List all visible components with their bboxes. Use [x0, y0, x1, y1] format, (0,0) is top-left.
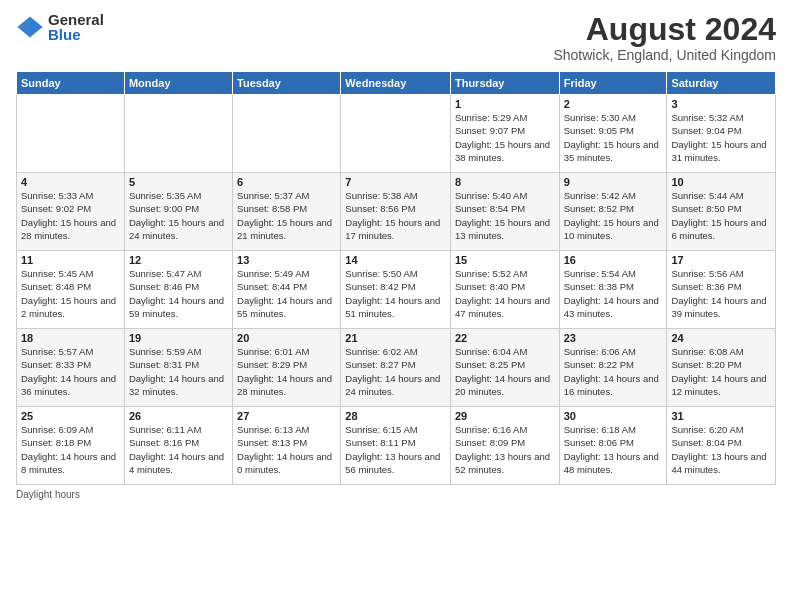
cell-2-2: 13 Sunrise: 5:49 AMSunset: 8:44 PMDaylig… [233, 251, 341, 329]
day-number: 18 [21, 332, 120, 344]
col-monday: Monday [124, 72, 232, 95]
cell-0-4: 1 Sunrise: 5:29 AMSunset: 9:07 PMDayligh… [450, 95, 559, 173]
day-number: 3 [671, 98, 771, 110]
day-number: 9 [564, 176, 663, 188]
cell-2-3: 14 Sunrise: 5:50 AMSunset: 8:42 PMDaylig… [341, 251, 451, 329]
day-number: 26 [129, 410, 228, 422]
day-detail: Sunrise: 5:35 AMSunset: 9:00 PMDaylight:… [129, 190, 224, 241]
day-detail: Sunrise: 5:37 AMSunset: 8:58 PMDaylight:… [237, 190, 332, 241]
day-number: 22 [455, 332, 555, 344]
cell-3-4: 22 Sunrise: 6:04 AMSunset: 8:25 PMDaylig… [450, 329, 559, 407]
cell-1-4: 8 Sunrise: 5:40 AMSunset: 8:54 PMDayligh… [450, 173, 559, 251]
day-detail: Sunrise: 5:42 AMSunset: 8:52 PMDaylight:… [564, 190, 659, 241]
day-detail: Sunrise: 6:04 AMSunset: 8:25 PMDaylight:… [455, 346, 550, 397]
day-detail: Sunrise: 5:44 AMSunset: 8:50 PMDaylight:… [671, 190, 766, 241]
day-detail: Sunrise: 6:08 AMSunset: 8:20 PMDaylight:… [671, 346, 766, 397]
day-number: 11 [21, 254, 120, 266]
cell-2-4: 15 Sunrise: 5:52 AMSunset: 8:40 PMDaylig… [450, 251, 559, 329]
day-detail: Sunrise: 5:45 AMSunset: 8:48 PMDaylight:… [21, 268, 116, 319]
cell-0-1 [124, 95, 232, 173]
day-detail: Sunrise: 5:33 AMSunset: 9:02 PMDaylight:… [21, 190, 116, 241]
day-detail: Sunrise: 6:02 AMSunset: 8:27 PMDaylight:… [345, 346, 440, 397]
calendar-table: Sunday Monday Tuesday Wednesday Thursday… [16, 71, 776, 485]
cell-1-0: 4 Sunrise: 5:33 AMSunset: 9:02 PMDayligh… [17, 173, 125, 251]
day-detail: Sunrise: 5:30 AMSunset: 9:05 PMDaylight:… [564, 112, 659, 163]
day-detail: Sunrise: 6:20 AMSunset: 8:04 PMDaylight:… [671, 424, 766, 475]
cell-0-5: 2 Sunrise: 5:30 AMSunset: 9:05 PMDayligh… [559, 95, 667, 173]
day-detail: Sunrise: 6:16 AMSunset: 8:09 PMDaylight:… [455, 424, 550, 475]
cell-1-5: 9 Sunrise: 5:42 AMSunset: 8:52 PMDayligh… [559, 173, 667, 251]
day-detail: Sunrise: 5:49 AMSunset: 8:44 PMDaylight:… [237, 268, 332, 319]
day-number: 1 [455, 98, 555, 110]
day-number: 27 [237, 410, 336, 422]
week-row-3: 18 Sunrise: 5:57 AMSunset: 8:33 PMDaylig… [17, 329, 776, 407]
col-wednesday: Wednesday [341, 72, 451, 95]
logo-icon [16, 13, 44, 41]
cell-0-6: 3 Sunrise: 5:32 AMSunset: 9:04 PMDayligh… [667, 95, 776, 173]
day-detail: Sunrise: 6:09 AMSunset: 8:18 PMDaylight:… [21, 424, 116, 475]
day-detail: Sunrise: 6:06 AMSunset: 8:22 PMDaylight:… [564, 346, 659, 397]
day-number: 28 [345, 410, 446, 422]
day-detail: Sunrise: 5:32 AMSunset: 9:04 PMDaylight:… [671, 112, 766, 163]
day-number: 7 [345, 176, 446, 188]
header: General Blue August 2024 Shotwick, Engla… [16, 12, 776, 63]
col-sunday: Sunday [17, 72, 125, 95]
day-number: 2 [564, 98, 663, 110]
cell-0-3 [341, 95, 451, 173]
day-detail: Sunrise: 5:57 AMSunset: 8:33 PMDaylight:… [21, 346, 116, 397]
day-number: 31 [671, 410, 771, 422]
day-number: 24 [671, 332, 771, 344]
day-number: 29 [455, 410, 555, 422]
day-detail: Sunrise: 5:40 AMSunset: 8:54 PMDaylight:… [455, 190, 550, 241]
week-row-2: 11 Sunrise: 5:45 AMSunset: 8:48 PMDaylig… [17, 251, 776, 329]
cell-2-5: 16 Sunrise: 5:54 AMSunset: 8:38 PMDaylig… [559, 251, 667, 329]
cell-2-1: 12 Sunrise: 5:47 AMSunset: 8:46 PMDaylig… [124, 251, 232, 329]
logo-blue-label: Blue [48, 27, 104, 42]
day-detail: Sunrise: 5:38 AMSunset: 8:56 PMDaylight:… [345, 190, 440, 241]
cell-3-0: 18 Sunrise: 5:57 AMSunset: 8:33 PMDaylig… [17, 329, 125, 407]
day-detail: Sunrise: 6:15 AMSunset: 8:11 PMDaylight:… [345, 424, 440, 475]
day-detail: Sunrise: 5:52 AMSunset: 8:40 PMDaylight:… [455, 268, 550, 319]
day-detail: Sunrise: 6:18 AMSunset: 8:06 PMDaylight:… [564, 424, 659, 475]
cell-4-6: 31 Sunrise: 6:20 AMSunset: 8:04 PMDaylig… [667, 407, 776, 485]
calendar-header-row: Sunday Monday Tuesday Wednesday Thursday… [17, 72, 776, 95]
day-number: 10 [671, 176, 771, 188]
day-detail: Sunrise: 6:13 AMSunset: 8:13 PMDaylight:… [237, 424, 332, 475]
cell-2-0: 11 Sunrise: 5:45 AMSunset: 8:48 PMDaylig… [17, 251, 125, 329]
day-number: 13 [237, 254, 336, 266]
day-number: 15 [455, 254, 555, 266]
cell-4-2: 27 Sunrise: 6:13 AMSunset: 8:13 PMDaylig… [233, 407, 341, 485]
cell-2-6: 17 Sunrise: 5:56 AMSunset: 8:36 PMDaylig… [667, 251, 776, 329]
cell-4-5: 30 Sunrise: 6:18 AMSunset: 8:06 PMDaylig… [559, 407, 667, 485]
day-number: 4 [21, 176, 120, 188]
cell-3-3: 21 Sunrise: 6:02 AMSunset: 8:27 PMDaylig… [341, 329, 451, 407]
day-detail: Sunrise: 6:01 AMSunset: 8:29 PMDaylight:… [237, 346, 332, 397]
cell-4-1: 26 Sunrise: 6:11 AMSunset: 8:16 PMDaylig… [124, 407, 232, 485]
cell-3-2: 20 Sunrise: 6:01 AMSunset: 8:29 PMDaylig… [233, 329, 341, 407]
cell-0-2 [233, 95, 341, 173]
day-number: 8 [455, 176, 555, 188]
day-detail: Sunrise: 5:50 AMSunset: 8:42 PMDaylight:… [345, 268, 440, 319]
cell-0-0 [17, 95, 125, 173]
day-number: 14 [345, 254, 446, 266]
col-friday: Friday [559, 72, 667, 95]
subtitle: Shotwick, England, United Kingdom [553, 47, 776, 63]
svg-marker-1 [30, 19, 41, 36]
cell-3-1: 19 Sunrise: 5:59 AMSunset: 8:31 PMDaylig… [124, 329, 232, 407]
week-row-4: 25 Sunrise: 6:09 AMSunset: 8:18 PMDaylig… [17, 407, 776, 485]
cell-1-2: 6 Sunrise: 5:37 AMSunset: 8:58 PMDayligh… [233, 173, 341, 251]
cell-3-6: 24 Sunrise: 6:08 AMSunset: 8:20 PMDaylig… [667, 329, 776, 407]
day-detail: Sunrise: 5:47 AMSunset: 8:46 PMDaylight:… [129, 268, 224, 319]
day-detail: Sunrise: 6:11 AMSunset: 8:16 PMDaylight:… [129, 424, 224, 475]
cell-4-3: 28 Sunrise: 6:15 AMSunset: 8:11 PMDaylig… [341, 407, 451, 485]
day-number: 23 [564, 332, 663, 344]
col-thursday: Thursday [450, 72, 559, 95]
title-block: August 2024 Shotwick, England, United Ki… [553, 12, 776, 63]
day-number: 5 [129, 176, 228, 188]
cell-4-4: 29 Sunrise: 6:16 AMSunset: 8:09 PMDaylig… [450, 407, 559, 485]
footer-note: Daylight hours [16, 489, 776, 500]
day-detail: Sunrise: 5:29 AMSunset: 9:07 PMDaylight:… [455, 112, 550, 163]
day-number: 20 [237, 332, 336, 344]
day-number: 30 [564, 410, 663, 422]
cell-1-6: 10 Sunrise: 5:44 AMSunset: 8:50 PMDaylig… [667, 173, 776, 251]
